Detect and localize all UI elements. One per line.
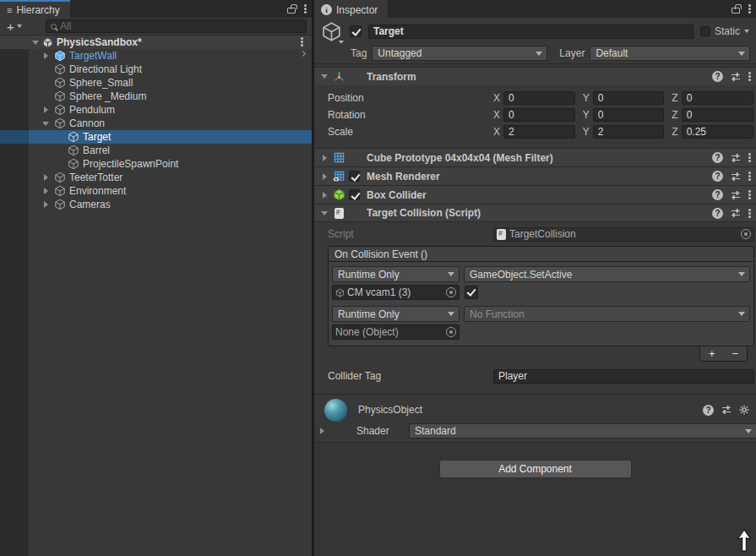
- scale-z-field[interactable]: [682, 125, 753, 139]
- transform-header[interactable]: Transform: [314, 67, 756, 85]
- foldout-closed-icon[interactable]: [320, 428, 324, 434]
- remove-event-button[interactable]: −: [724, 347, 748, 361]
- presets-icon[interactable]: [731, 72, 741, 82]
- foldout-open-icon[interactable]: [321, 211, 328, 215]
- foldout-closed-icon[interactable]: [323, 155, 327, 161]
- kebab-menu-icon[interactable]: [748, 175, 751, 177]
- object-picker-icon[interactable]: [446, 327, 456, 337]
- object-picker-icon[interactable]: [741, 229, 751, 239]
- active-checkbox[interactable]: [350, 25, 362, 37]
- lock-icon[interactable]: [287, 8, 296, 14]
- create-object-button[interactable]: +: [4, 20, 41, 33]
- script-icon: [497, 229, 506, 240]
- kebab-menu-icon[interactable]: [748, 75, 751, 78]
- mesh-renderer-header[interactable]: Mesh Renderer: [314, 166, 756, 185]
- event-bool-checkbox[interactable]: [465, 286, 478, 299]
- foldout-open-icon[interactable]: [32, 41, 39, 45]
- kebab-menu-icon[interactable]: [748, 212, 751, 215]
- foldout-closed-icon[interactable]: [323, 173, 327, 180]
- presets-icon[interactable]: [731, 190, 741, 200]
- hierarchy-item-cannon[interactable]: Cannon: [0, 117, 312, 130]
- hierarchy-item-sphere-medium[interactable]: Sphere _Medium: [0, 90, 312, 103]
- rotation-x-field[interactable]: [503, 108, 575, 122]
- foldout-open-icon[interactable]: [321, 74, 328, 79]
- hierarchy-item-targetwall[interactable]: TargetWall: [0, 49, 312, 63]
- rotation-y-field[interactable]: [593, 108, 665, 122]
- static-checkbox[interactable]: [700, 26, 710, 36]
- position-z-field[interactable]: [682, 91, 753, 105]
- script-object-field[interactable]: TargetCollision: [493, 227, 754, 242]
- material-preview-sphere[interactable]: [324, 399, 347, 422]
- position-x-field[interactable]: [503, 91, 575, 105]
- gameobject-cube-icon: [54, 185, 66, 197]
- scale-row: Scale X Y Z: [314, 123, 753, 140]
- chevron-right-icon[interactable]: [300, 51, 306, 57]
- help-icon[interactable]: [712, 189, 723, 200]
- scene-menu-icon[interactable]: [301, 41, 303, 43]
- name-field[interactable]: [368, 25, 693, 39]
- event-function-dropdown[interactable]: GameObject.SetActive: [464, 266, 750, 282]
- event-function-dropdown[interactable]: No Function: [464, 306, 750, 322]
- tab-hierarchy[interactable]: ≡ Hierarchy: [0, 0, 70, 18]
- presets-icon[interactable]: [731, 172, 741, 182]
- kebab-menu-icon[interactable]: [748, 194, 751, 196]
- foldout-closed-icon[interactable]: [44, 188, 48, 194]
- static-dropdown-icon[interactable]: [744, 30, 749, 33]
- presets-icon[interactable]: [721, 405, 732, 415]
- presets-icon[interactable]: [731, 153, 741, 163]
- help-icon[interactable]: [712, 208, 723, 219]
- event-target-field[interactable]: CM vcam1 (3): [332, 285, 460, 300]
- hierarchy-item-pendulum[interactable]: Pendulum: [0, 103, 312, 117]
- hierarchy-item-barrel[interactable]: Barrel: [0, 144, 312, 157]
- kebab-menu-icon[interactable]: [748, 156, 751, 159]
- scale-x-field[interactable]: [503, 125, 575, 139]
- hierarchy-search-input[interactable]: All: [46, 19, 307, 33]
- object-picker-icon[interactable]: [446, 287, 456, 297]
- add-event-button[interactable]: +: [700, 347, 724, 361]
- help-icon[interactable]: [712, 171, 723, 182]
- event-target-field[interactable]: None (Object): [332, 324, 460, 340]
- target-collision-header[interactable]: Target Collision (Script): [314, 204, 756, 222]
- hierarchy-item-sphere-small[interactable]: Sphere_Small: [0, 76, 312, 90]
- event-mode-dropdown[interactable]: Runtime Only: [332, 306, 460, 322]
- gameobject-cube-icon: [335, 288, 345, 297]
- scale-y-field[interactable]: [593, 125, 665, 139]
- kebab-menu-icon[interactable]: [748, 8, 751, 10]
- shader-dropdown[interactable]: Standard: [409, 423, 756, 439]
- component-enabled-checkbox[interactable]: [349, 171, 360, 182]
- foldout-closed-icon[interactable]: [44, 52, 48, 59]
- component-enabled-checkbox[interactable]: [349, 189, 360, 200]
- tab-inspector[interactable]: Inspector: [314, 0, 388, 18]
- help-icon[interactable]: [712, 152, 723, 163]
- hierarchy-item-teetertotter[interactable]: TeeterTotter: [0, 171, 312, 184]
- lock-icon[interactable]: [732, 8, 740, 14]
- hierarchy-item-environment[interactable]: Environment: [0, 184, 312, 198]
- scene-row[interactable]: PhysicsSandbox*: [0, 35, 312, 49]
- foldout-closed-icon[interactable]: [44, 174, 48, 181]
- foldout-open-icon[interactable]: [42, 122, 49, 126]
- hierarchy-item-target[interactable]: Target: [0, 130, 312, 144]
- add-component-button[interactable]: Add Component: [439, 460, 632, 478]
- position-y-field[interactable]: [593, 91, 665, 105]
- help-icon[interactable]: [712, 71, 723, 82]
- foldout-closed-icon[interactable]: [44, 106, 48, 113]
- inspector-tab-icon: [321, 4, 332, 15]
- hierarchy-item-cameras[interactable]: Cameras: [0, 198, 312, 211]
- foldout-closed-icon[interactable]: [44, 201, 48, 208]
- mesh-filter-icon: [333, 151, 345, 164]
- help-icon[interactable]: [703, 405, 714, 416]
- kebab-menu-icon[interactable]: [304, 8, 307, 10]
- box-collider-header[interactable]: Box Collider: [314, 185, 756, 204]
- mesh-filter-header[interactable]: Cube Prototype 04x04x04 (Mesh Filter): [314, 148, 756, 166]
- gear-icon[interactable]: [739, 405, 749, 415]
- event-mode-dropdown[interactable]: Runtime Only: [332, 266, 460, 282]
- hierarchy-item-directional-light[interactable]: Directional Light: [0, 63, 312, 76]
- collider-tag-field[interactable]: [493, 369, 754, 384]
- tag-dropdown[interactable]: Untagged: [372, 46, 547, 61]
- presets-icon[interactable]: [731, 208, 741, 218]
- gameobject-icon[interactable]: [319, 21, 343, 42]
- rotation-z-field[interactable]: [682, 108, 753, 122]
- foldout-closed-icon[interactable]: [323, 192, 327, 199]
- layer-dropdown[interactable]: Default: [590, 46, 750, 61]
- hierarchy-item-projectilespawnpoint[interactable]: ProjectileSpawnPoint: [0, 157, 312, 171]
